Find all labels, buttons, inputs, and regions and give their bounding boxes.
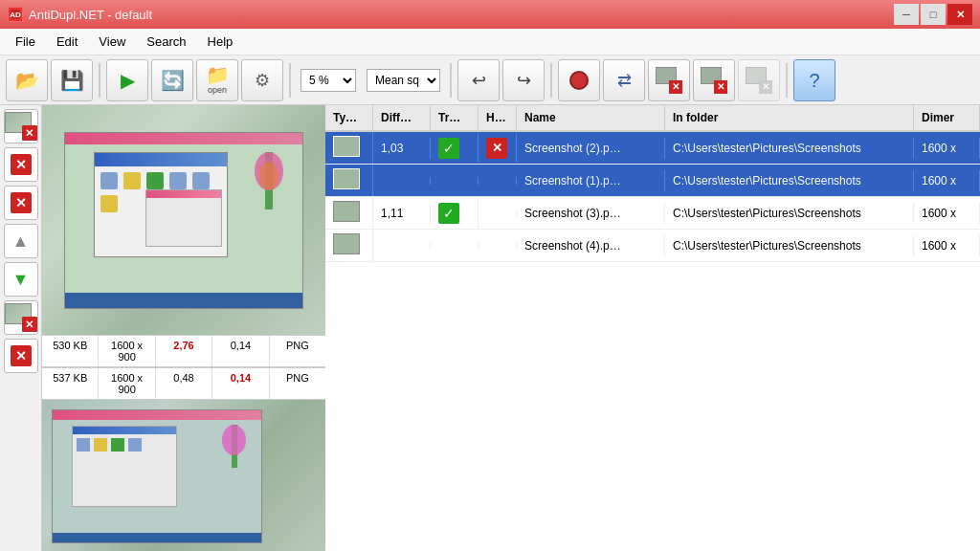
percent-control: 5 % 1 % 2 % 10 % xyxy=(301,69,356,92)
folder-open-icon: 📁 xyxy=(206,65,230,84)
cell-type-2 xyxy=(325,165,373,196)
refresh-button[interactable]: 🔄 xyxy=(151,59,193,101)
score1-2: 0,48 xyxy=(156,368,212,399)
flower-2 xyxy=(215,425,254,487)
move-down-button[interactable]: ▼ xyxy=(4,262,38,297)
percent-select[interactable]: 5 % 1 % 2 % 10 % xyxy=(301,69,356,92)
left-area: ✕ ✕ ✕ ▲ ▼ ✕ xyxy=(0,105,325,551)
fake-icon-4 xyxy=(169,172,187,189)
taskbar-2 xyxy=(53,533,261,542)
mini-titlebar xyxy=(146,190,221,198)
cell-hide-3 xyxy=(479,209,517,217)
side-action-btn-5[interactable]: ✕ xyxy=(4,339,38,373)
cell-dimen-4: 1600 x xyxy=(914,235,980,256)
undo-icon: ↩ xyxy=(472,72,486,89)
mark3-button[interactable]: ✕ xyxy=(738,59,780,101)
side-action-btn-4[interactable]: ✕ xyxy=(4,300,38,335)
fake-icon-6 xyxy=(100,195,118,212)
col-header-dimen[interactable]: Dimer xyxy=(914,105,980,130)
cell-name-2: Screenshot (1).p… xyxy=(517,170,665,191)
score2-1: 0,14 xyxy=(212,336,269,366)
cell-trash-3: ✓ xyxy=(431,199,479,228)
mark1-button[interactable]: ✕ xyxy=(648,59,690,101)
cell-type-1 xyxy=(325,132,373,164)
taskbar xyxy=(65,293,302,308)
cell-name-4: Screenshot (4).p… xyxy=(517,235,665,256)
settings-button[interactable]: ⚙ xyxy=(241,59,283,101)
col-header-type[interactable]: Ty… xyxy=(325,105,373,130)
cell-diff-4 xyxy=(373,242,431,250)
side-action-btn-3[interactable]: ✕ xyxy=(4,186,38,220)
mark2-button[interactable]: ✕ xyxy=(693,59,735,101)
table-row[interactable]: 1,11 ✓ Screenshot (3).p… C:\Users\tester… xyxy=(325,197,980,230)
undo-button[interactable]: ↩ xyxy=(457,59,500,101)
inner-window-2 xyxy=(72,426,177,507)
cell-folder-1: C:\Users\tester\Pictures\Screenshots xyxy=(665,138,914,159)
menu-help[interactable]: Help xyxy=(198,31,243,53)
title-bar-left: AD AntiDupl.NET - default xyxy=(8,7,152,22)
move-up-button[interactable]: ▲ xyxy=(4,224,38,258)
image-preview-bottom xyxy=(42,400,325,551)
svg-text:AD: AD xyxy=(10,11,21,19)
col-header-name[interactable]: Name xyxy=(517,105,665,130)
method-select[interactable]: Mean sq SSIM PSNR xyxy=(367,69,440,92)
fake-icon-2 xyxy=(123,172,141,189)
help-button[interactable]: ? xyxy=(793,59,835,101)
open-label: open xyxy=(208,85,227,95)
open-button[interactable]: 📁 open xyxy=(196,59,238,101)
file-size-2: 537 KB xyxy=(42,368,99,399)
inner-icon-4 xyxy=(128,438,142,452)
start-button[interactable]: ▶ xyxy=(106,59,148,101)
menu-view[interactable]: View xyxy=(89,31,135,53)
stop-icon xyxy=(569,71,589,90)
file-size-1: 530 KB xyxy=(42,336,99,366)
image-preview-top xyxy=(42,105,325,335)
fake-icon-3 xyxy=(146,172,164,189)
fake-window xyxy=(94,152,228,257)
stop-button[interactable] xyxy=(558,59,600,101)
x-mark-row1: ✕ xyxy=(486,138,507,159)
col-header-trash[interactable]: Tr… xyxy=(431,105,479,130)
col-header-folder[interactable]: In folder xyxy=(665,105,914,130)
cell-diff-1: 1,03 xyxy=(373,138,431,159)
toolbar-sep-3 xyxy=(450,63,452,98)
menu-file[interactable]: File xyxy=(6,31,45,53)
table-body: 1,03 ✓ ✕ Screenshot (2).p… C:\Users\test… xyxy=(325,132,980,551)
side-action-btn-2[interactable]: ✕ xyxy=(4,147,38,182)
save-button[interactable]: 💾 xyxy=(51,59,93,101)
cell-hide-4 xyxy=(479,242,517,250)
format-1: PNG xyxy=(270,336,325,366)
menu-search[interactable]: Search xyxy=(137,31,195,53)
menu-edit[interactable]: Edit xyxy=(47,31,87,53)
mini-window xyxy=(145,189,222,247)
cell-dimen-1: 1600 x xyxy=(914,138,980,159)
thumbnail-4 xyxy=(333,233,360,254)
thumbnail-2 xyxy=(333,168,360,189)
compare-button[interactable]: ⇄ xyxy=(603,59,645,101)
col-header-hide[interactable]: H… xyxy=(479,105,517,130)
dimensions-1: 1600 x 900 xyxy=(99,336,155,366)
table-row[interactable]: 1,03 ✓ ✕ Screenshot (2).p… C:\Users\test… xyxy=(325,132,980,165)
mark3-icon: ✕ xyxy=(746,67,772,94)
thumb-x-1: ✕ xyxy=(5,112,37,141)
down-arrow-icon: ▼ xyxy=(12,270,30,290)
side-action-btn-1[interactable]: ✕ xyxy=(4,109,38,143)
cell-diff-3: 1,11 xyxy=(373,203,431,224)
table-row[interactable]: Screenshot (1).p… C:\Users\tester\Pictur… xyxy=(325,165,980,197)
cell-diff-2 xyxy=(373,177,431,185)
app-title: AntiDupl.NET - default xyxy=(29,8,152,22)
redo-button[interactable]: ↪ xyxy=(502,59,545,101)
method-control: Mean sq SSIM PSNR xyxy=(367,69,440,92)
x-overlay-4: ✕ xyxy=(22,317,37,332)
maximize-button[interactable]: □ xyxy=(921,4,946,25)
open-folder-button[interactable]: 📂 xyxy=(6,59,48,101)
close-button[interactable]: ✕ xyxy=(947,4,972,25)
preview-placeholder-top xyxy=(42,105,325,335)
cell-folder-3: C:\Users\tester\Pictures\Screenshots xyxy=(665,203,914,224)
toolbar-sep-4 xyxy=(550,63,552,98)
flower-decoration xyxy=(245,152,293,229)
check-mark-1: ✓ xyxy=(438,138,459,159)
col-header-diff[interactable]: Diff… xyxy=(373,105,431,130)
minimize-button[interactable]: ─ xyxy=(894,4,919,25)
table-row[interactable]: Screenshot (4).p… C:\Users\tester\Pictur… xyxy=(325,230,980,262)
